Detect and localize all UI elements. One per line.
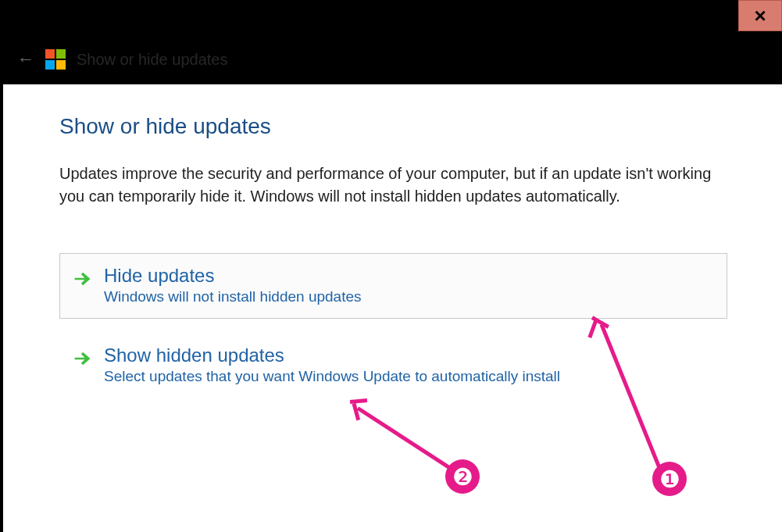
option-title: Hide updates: [104, 265, 362, 287]
option-subtitle: Windows will not install hidden updates: [104, 288, 362, 305]
close-button[interactable]: ×: [738, 0, 782, 31]
option-title: Show hidden updates: [104, 345, 560, 366]
option-hide-updates[interactable]: Hide updates Windows will not install hi…: [59, 253, 727, 319]
annotation-badge-2: ❷: [445, 459, 480, 494]
arrow-right-icon: [71, 348, 93, 370]
arrow-right-icon: [71, 268, 93, 290]
windows-logo-icon: [45, 49, 66, 70]
option-subtitle: Select updates that you want Windows Upd…: [104, 368, 560, 385]
close-icon: ×: [754, 4, 766, 28]
titlebar: ← Show or hide updates: [0, 42, 782, 77]
description-text: Updates improve the security and perform…: [59, 162, 727, 208]
window-title: Show or hide updates: [77, 51, 227, 69]
option-text-block: Show hidden updates Select updates that …: [104, 345, 560, 385]
page-heading: Show or hide updates: [59, 114, 727, 139]
back-icon[interactable]: ←: [17, 49, 34, 70]
annotation-badge-1: ❶: [652, 462, 687, 496]
option-text-block: Hide updates Windows will not install hi…: [104, 265, 362, 305]
